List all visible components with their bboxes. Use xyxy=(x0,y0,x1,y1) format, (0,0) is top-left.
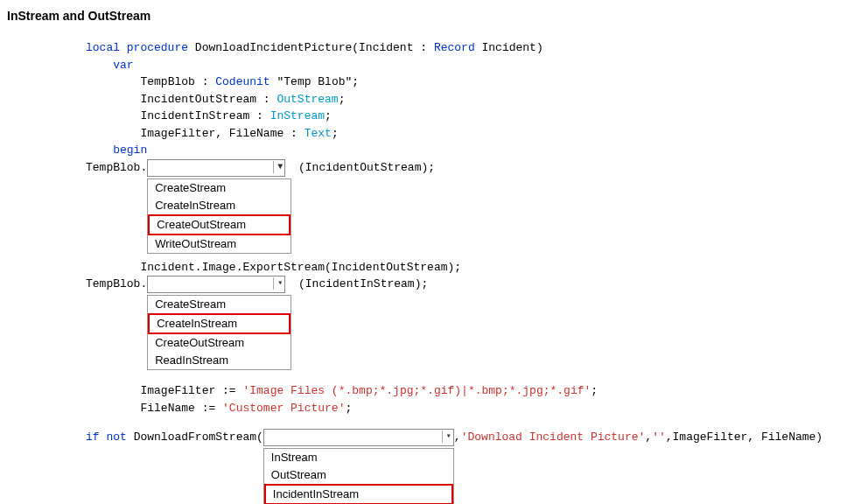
string-empty: '' xyxy=(652,430,666,444)
keyword-if: if xyxy=(86,430,100,444)
chevron-down-icon: ▾ xyxy=(273,277,283,290)
call-tempblob1-args: (IncidentOutStream); xyxy=(291,161,435,174)
list-item[interactable]: OutStream xyxy=(264,466,453,484)
var-filter: ImageFilter, FileName : xyxy=(140,127,304,140)
keyword-local-procedure: local procedure xyxy=(86,41,188,54)
keyword-codeunit: Codeunit xyxy=(215,75,270,88)
keyword-not: not xyxy=(100,430,127,444)
string-filename: 'Customer Picture' xyxy=(222,402,345,415)
assign-filename: FileName := xyxy=(140,402,222,415)
type-outstream: OutStream xyxy=(276,93,338,106)
list-item[interactable]: ReadInStream xyxy=(148,352,290,369)
string-imagefilter: 'Image Files (*.bmp;*.jpg;*.gif)|*.bmp;*… xyxy=(242,384,591,397)
dropdown-list-3[interactable]: InStream OutStream IncidentInStream Inci… xyxy=(263,448,454,504)
call-tempblob1: TempBlob. xyxy=(86,161,147,174)
semi: ; xyxy=(345,402,352,415)
var-tempblob: TempBlob : xyxy=(140,75,215,88)
list-item-highlighted[interactable]: IncidentInStream xyxy=(264,484,453,504)
dropdown-list-1[interactable]: CreateStream CreateInStream CreateOutStr… xyxy=(147,178,291,254)
keyword-var: var xyxy=(113,59,133,72)
chevron-down-icon: ▾ xyxy=(442,430,452,443)
dropdown-tempblob-in[interactable]: ▾ xyxy=(147,276,285,293)
assign-imagefilter: ImageFilter := xyxy=(140,384,242,397)
list-item-highlighted[interactable]: CreateInStream xyxy=(148,313,290,334)
proc-param: Incident) xyxy=(475,41,543,54)
var-outstream: IncidentOutStream : xyxy=(140,93,276,106)
dropdown-list-2[interactable]: CreateStream CreateInStream CreateOutStr… xyxy=(147,295,291,370)
proc-name: DownloadIncidentPicture(Incident : xyxy=(188,41,434,54)
call-download: DownloadFromStream( xyxy=(127,430,263,444)
semi: ; xyxy=(339,93,346,106)
comma: , xyxy=(645,430,652,444)
list-item[interactable]: CreateStream xyxy=(148,296,290,313)
call-tempblob2: TempBlob. xyxy=(86,277,147,290)
dropdown-download-stream[interactable]: ▾ xyxy=(263,429,454,446)
list-item[interactable]: CreateStream xyxy=(148,179,290,197)
code-block: local procedure DownloadIncidentPicture(… xyxy=(86,39,840,504)
list-item[interactable]: CreateOutStream xyxy=(148,334,290,352)
download-tail: ,ImageFilter, FileName) xyxy=(666,430,822,444)
dropdown-tempblob-out[interactable]: ▼ xyxy=(147,159,285,177)
call-exportstream: Incident.Image.ExportStream(IncidentOutS… xyxy=(140,261,461,274)
type-instream: InStream xyxy=(270,109,325,122)
semi: ; xyxy=(332,127,339,140)
semi: ; xyxy=(591,384,598,397)
call-tempblob2-args: (IncidentInStream); xyxy=(291,277,428,290)
list-item-highlighted[interactable]: CreateOutStream xyxy=(148,214,290,235)
string-download-title: 'Download Incident Picture' xyxy=(461,430,646,444)
page-title: InStream and OutStream xyxy=(7,7,840,25)
chevron-down-icon: ▼ xyxy=(273,161,283,173)
keyword-begin: begin xyxy=(113,144,147,157)
comma: , xyxy=(454,430,461,444)
type-text: Text xyxy=(304,127,332,140)
var-instream: IncidentInStream : xyxy=(140,109,270,122)
list-item[interactable]: InStream xyxy=(264,449,453,466)
keyword-record: Record xyxy=(434,41,475,54)
list-item[interactable]: CreateInStream xyxy=(148,197,290,214)
list-item[interactable]: WriteOutStream xyxy=(148,235,290,253)
semi: ; xyxy=(325,109,332,122)
var-tempblob-rest: "Temp Blob"; xyxy=(270,75,359,88)
